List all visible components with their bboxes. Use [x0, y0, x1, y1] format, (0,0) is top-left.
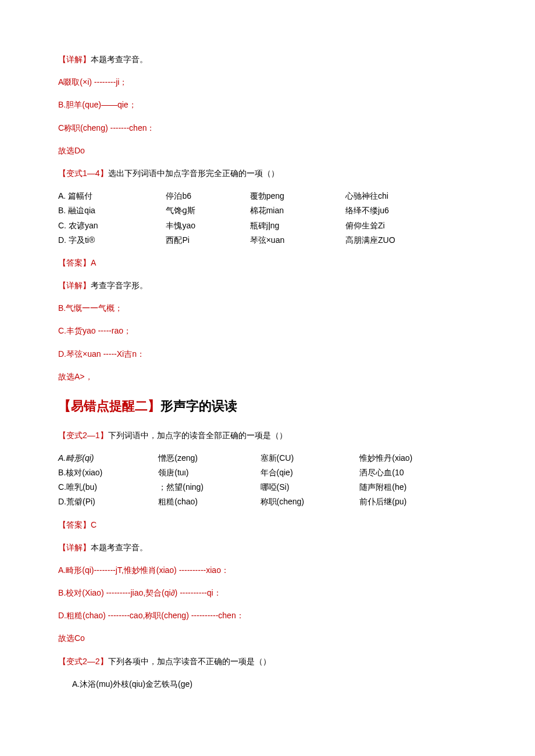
note-b: B.胆羊(que)——qie；	[58, 98, 477, 112]
options-table-1: A. 篇幅付 停泊b6 覆勃peng 心驰神往chi B. 融迨qia 气馋ɡ斯…	[58, 189, 477, 248]
tag-variant: 【变式2—2】	[58, 657, 108, 666]
note-d2: D.琴弦×uan -----Xi吉n：	[58, 347, 477, 361]
error-reminder-heading-2: 【易错点提醒二】形声字的误读	[58, 395, 477, 418]
cell: ；然望(ning)	[158, 480, 260, 495]
answer-2: 【答案】C	[58, 518, 477, 532]
cell: 丰愧yao	[166, 218, 249, 233]
cell: 西配Pi	[166, 233, 249, 248]
cell: B.核对(xiao)	[58, 465, 158, 480]
variant-1-4: 【变式1—4】选出下列词语中加点字音形完全正确的一项（）	[58, 166, 477, 181]
cell: 俯仰生耸Zi	[345, 218, 477, 233]
cell: 哪啞(Si)	[261, 480, 360, 495]
note-a4: A.畸形(qi)--------jT,惟妙惟肖(xiao) ----------…	[58, 563, 477, 578]
options-table-2: A.畸形(qi) 憎恶(zeng) 塞新(CU) 惟妙惟丹(xiao) B.核对…	[58, 451, 477, 510]
table-row: C. 农谚yan 丰愧yao 瓶碑jǀng 俯仰生耸Zi	[58, 218, 477, 233]
tag-variant: 【变式2—1】	[58, 431, 108, 440]
cell: A. 篇幅付	[58, 189, 166, 203]
note-final: 故选Do	[58, 144, 477, 158]
cell: 前仆后继(pu)	[359, 495, 477, 509]
text: 考查字音字形。	[91, 281, 148, 290]
answer-letter: C	[91, 520, 97, 529]
text: 本题考查字音。	[91, 55, 148, 64]
cell: 洒尽心血(10	[359, 465, 477, 480]
tag-variant: 【变式1—4】	[58, 169, 108, 178]
cell: 年合(qie)	[261, 465, 360, 480]
variant-2-1: 【变式2—1】下列词语中，加点字的读音全部正确的一项是（）	[58, 428, 477, 443]
cell: 棉花mian	[250, 203, 345, 218]
cell: B. 融迨qia	[58, 203, 166, 218]
note-final-4: 故选Co	[58, 631, 477, 646]
explain-header-1: 【详解】本题考查字音。	[58, 52, 477, 67]
table-row: B.核对(xiao) 领唐(tuι) 年合(qie) 洒尽心血(10	[58, 465, 477, 480]
variant-2-2: 【变式2—2】下列各项中，加点字读音不正确的一项是（）	[58, 654, 477, 669]
heading-text: 形声字的误读	[160, 399, 237, 413]
note-b4: B.校对(Xiao) ---------jiao,契合(qi∂) -------…	[58, 586, 477, 600]
cell: 领唐(tuι)	[158, 465, 260, 480]
note-final-2: 故选A>，	[58, 370, 477, 384]
cell: 气馋ɡ斯	[166, 203, 249, 218]
note-a: A啜取(×i) --------ji；	[58, 75, 477, 89]
cell: 琴弦×uan	[250, 233, 345, 248]
question-text: 下列各项中，加点字读音不正确的一项是（）	[108, 657, 271, 666]
table-row: A. 篇幅付 停泊b6 覆勃peng 心驰神往chi	[58, 189, 477, 203]
heading-tag: 【易错点提醒二】	[58, 399, 160, 413]
cell: 粗糙(chao)	[158, 495, 260, 509]
note-c2: C.丰货yao -----rao；	[58, 324, 477, 338]
cell: 络绎不缕ju6	[345, 203, 477, 218]
cell: 停泊b6	[166, 189, 249, 203]
cell-text: A.畸形(qi)	[58, 453, 94, 463]
explain-header-2: 【详解】考查字音字形。	[58, 278, 477, 293]
cell: 随声附租(he)	[359, 480, 477, 495]
cell: 称职(cheng)	[261, 495, 360, 509]
table-row: A.畸形(qi) 憎恶(zeng) 塞新(CU) 惟妙惟丹(xiao)	[58, 451, 477, 465]
answer-1: 【答案】A	[58, 256, 477, 270]
cell: 塞新(CU)	[261, 451, 360, 465]
note-b2: B.气慨一一气概；	[58, 301, 477, 316]
cell: 心驰神往chi	[345, 189, 477, 203]
tag-detail: 【详解】	[58, 543, 91, 552]
cell: 高朋满座ZUO	[345, 233, 477, 248]
note-d4: D.粗糙(chao) --------cao,称职(cheng) -------…	[58, 608, 477, 623]
answer-letter: A	[91, 258, 96, 267]
cell: A.畸形(qi)	[58, 451, 158, 465]
table-row: D.荒僻(Pi) 粗糙(chao) 称职(cheng) 前仆后继(pu)	[58, 495, 477, 509]
tag-answer: 【答案】	[58, 258, 91, 267]
cell: 惟妙惟丹(xiao)	[359, 451, 477, 465]
cell: 覆勃peng	[250, 189, 345, 203]
cell: D.荒僻(Pi)	[58, 495, 158, 509]
note-c: C称职(cheng) -------chen：	[58, 121, 477, 135]
explain-header-3: 【详解】本题考查字音。	[58, 540, 477, 555]
table-row: C.唯乳(bu) ；然望(ning) 哪啞(Si) 随声附租(he)	[58, 480, 477, 495]
text: 本题考查字音。	[91, 543, 148, 552]
cell: C. 农谚yan	[58, 218, 166, 233]
cell: 憎恶(zeng)	[158, 451, 260, 465]
cell: D. 字及ti®	[58, 233, 166, 248]
tag-detail: 【详解】	[58, 281, 91, 290]
cell: C.唯乳(bu)	[58, 480, 158, 495]
table-row: D. 字及ti® 西配Pi 琴弦×uan 高朋满座ZUO	[58, 233, 477, 248]
tag-answer: 【答案】	[58, 520, 91, 529]
question-text: 下列词语中，加点字的读音全部正确的一项是（）	[108, 431, 287, 440]
tag-detail: 【详解】	[58, 55, 91, 64]
question-text: 选出下列词语中加点字音形完全正确的一项（）	[108, 169, 279, 178]
option-a: A.沐浴(mu)外枝(qiu)金艺铁马(ge)	[58, 677, 477, 691]
cell: 瓶碑jǀng	[250, 218, 345, 233]
table-row: B. 融迨qia 气馋ɡ斯 棉花mian 络绎不缕ju6	[58, 203, 477, 218]
